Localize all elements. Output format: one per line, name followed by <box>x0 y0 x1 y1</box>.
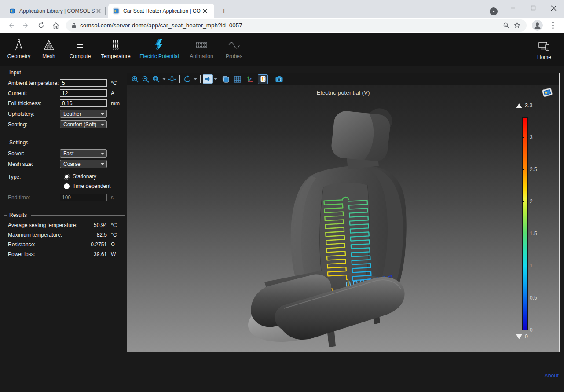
browser-tab-strip: Application Library | COMSOL Se Car Seat… <box>0 0 564 18</box>
plot-canvas[interactable]: Electric potential (V) <box>127 85 559 352</box>
ambient-temperature-input[interactable] <box>60 79 107 87</box>
upholstery-dropdown[interactable]: Leather <box>60 110 107 118</box>
ribbon-temperature-button[interactable]: Temperature <box>96 37 136 66</box>
chevron-down-icon <box>101 124 104 126</box>
color-legend-icon <box>260 75 267 83</box>
chevron-down-icon <box>101 163 104 165</box>
type-label: Type: <box>8 174 60 180</box>
seating-row: Seating: Comfort (Soft) <box>0 120 127 128</box>
radio-selected-icon[interactable] <box>64 174 70 180</box>
scene-light-dropdown[interactable] <box>213 74 218 84</box>
upholstery-value: Leather <box>63 111 81 117</box>
ribbon-home-button[interactable]: Home <box>531 37 558 60</box>
upholstery-row: Upholstery: Leather <box>0 110 127 118</box>
solver-dropdown[interactable]: Fast <box>60 149 107 158</box>
seating-value: Comfort (Soft) <box>63 121 96 128</box>
foil-thickness-label: Foil thickness: <box>8 100 60 106</box>
axes-orientation-button[interactable] <box>245 74 255 84</box>
chevron-down-icon <box>162 78 166 81</box>
car-seat-model[interactable] <box>127 85 559 352</box>
tab-close-icon[interactable] <box>95 7 102 15</box>
mesh-size-value: Coarse <box>63 161 81 167</box>
chevron-down-icon <box>492 10 496 14</box>
current-row: Current: A <box>0 89 127 97</box>
min-marker-icon <box>516 334 522 339</box>
sine-wave-icon <box>227 37 241 51</box>
compass-icon <box>13 37 25 51</box>
mesh-size-dropdown[interactable]: Coarse <box>60 160 107 168</box>
lock-icon <box>71 22 77 29</box>
window-minimize-button[interactable] <box>503 0 523 16</box>
ribbon-electric-potential-button[interactable]: Electric Potential <box>136 37 183 66</box>
forward-button[interactable] <box>20 19 32 32</box>
browser-tab-library[interactable]: Application Library | COMSOL Se <box>4 4 106 18</box>
browser-menu-button[interactable] <box>547 19 559 32</box>
zoom-box-button[interactable] <box>151 74 161 84</box>
current-input[interactable] <box>60 89 107 97</box>
home-button-browser[interactable] <box>50 19 62 32</box>
section-header-results: Results <box>0 212 127 219</box>
zoom-out-button[interactable] <box>140 74 151 84</box>
screenshot-button[interactable] <box>274 74 284 84</box>
solver-value: Fast <box>63 150 73 157</box>
rotate-dropdown[interactable] <box>193 74 198 84</box>
foil-thickness-input[interactable] <box>60 99 107 107</box>
result-value: 0.2751 <box>81 242 107 248</box>
window-close-button[interactable] <box>543 0 564 16</box>
zoom-box-dropdown[interactable] <box>161 74 167 84</box>
new-tab-button[interactable]: + <box>219 6 229 16</box>
browser-tab-car-seat-heater[interactable]: Car Seat Heater Application | CO <box>108 4 214 18</box>
devices-icon <box>538 38 551 52</box>
rotate-button[interactable] <box>182 74 193 84</box>
window-maximize-button[interactable] <box>523 0 543 16</box>
end-time-input <box>60 194 107 201</box>
section-header-input: Input <box>0 69 127 76</box>
ribbon-label: Temperature <box>101 53 130 59</box>
transparency-button[interactable] <box>220 74 231 84</box>
result-row-power-loss: Power loss: 39.61 W <box>0 249 127 259</box>
tab-close-icon[interactable] <box>201 7 209 15</box>
tab-title: Car Seat Heater Application | CO <box>123 8 201 14</box>
max-marker-icon <box>516 103 522 108</box>
ribbon-geometry-button[interactable]: Geometry <box>4 37 33 66</box>
result-value: 50.94 <box>81 222 107 228</box>
transparency-icon <box>221 75 230 83</box>
bookmark-button[interactable] <box>512 20 522 31</box>
ribbon-compute-button[interactable]: Compute <box>64 37 96 66</box>
heat-waves-icon <box>110 37 122 51</box>
ribbon-label: Animation <box>190 53 213 59</box>
reload-button[interactable] <box>35 19 47 32</box>
page-zoom-button[interactable] <box>501 20 512 31</box>
ribbon-mesh-button[interactable]: Mesh <box>33 37 64 66</box>
equals-icon <box>74 37 86 51</box>
app-content: Input Ambient temperature: °C Current: A… <box>0 66 564 392</box>
home-icon <box>52 22 60 29</box>
result-row-resistance: Resistance: 0.2751 Ω <box>0 240 127 249</box>
about-link[interactable]: About <box>544 373 559 379</box>
graphics-toolbar <box>127 73 559 85</box>
grid-button[interactable] <box>232 74 243 84</box>
upholstery-label: Upholstery: <box>8 111 60 117</box>
mesh-size-label: Mesh size: <box>8 161 60 167</box>
ribbon-label: Mesh <box>42 53 55 59</box>
color-legend-button[interactable] <box>258 74 268 84</box>
chevron-down-icon <box>101 113 104 115</box>
result-unit: W <box>111 251 121 257</box>
zoom-in-button[interactable] <box>130 74 140 84</box>
seating-dropdown[interactable]: Comfort (Soft) <box>60 120 107 128</box>
current-unit: A <box>111 90 114 96</box>
current-label: Current: <box>8 90 60 96</box>
profile-avatar[interactable] <box>532 20 543 31</box>
radio-unselected-icon[interactable] <box>64 183 70 189</box>
radio-time-dependent[interactable]: Time dependent <box>0 183 127 189</box>
tab-search-button[interactable] <box>490 7 498 15</box>
end-time-unit: s <box>111 194 114 201</box>
back-button[interactable] <box>5 19 17 32</box>
address-bar[interactable]: comsol.com/server-demo/app/car_seat_heat… <box>66 19 527 32</box>
result-unit: Ω <box>111 242 121 248</box>
back-arrow-icon <box>7 22 15 29</box>
ambient-temperature-row: Ambient temperature: °C <box>0 79 127 87</box>
zoom-extents-button[interactable] <box>167 74 177 84</box>
scene-light-button[interactable] <box>203 74 213 84</box>
result-value: 39.61 <box>81 251 107 257</box>
